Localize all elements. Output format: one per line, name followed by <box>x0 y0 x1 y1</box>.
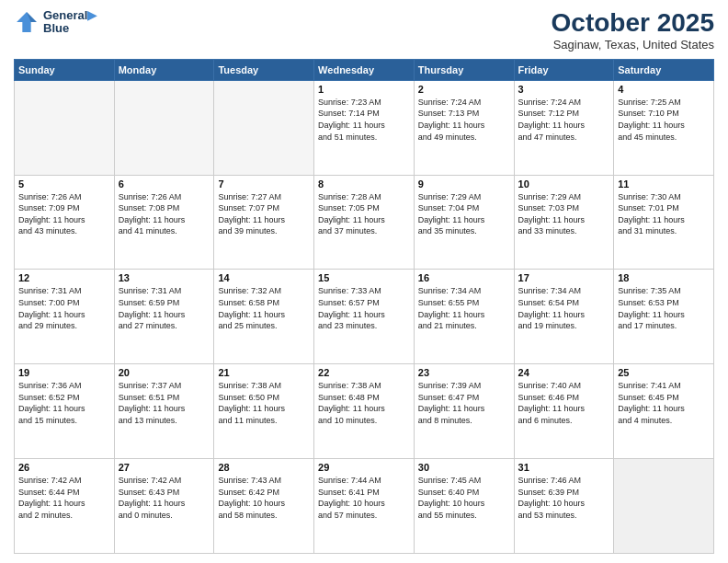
day-number: 28 <box>218 462 310 473</box>
day-info: Sunrise: 7:35 AM Sunset: 6:53 PM Dayligh… <box>618 285 710 331</box>
calendar-day: 20Sunrise: 7:37 AM Sunset: 6:51 PM Dayli… <box>114 364 214 459</box>
day-number: 9 <box>418 178 510 190</box>
day-number: 6 <box>119 178 210 190</box>
day-number: 30 <box>418 462 510 473</box>
logo: General▶ Blue <box>14 9 97 36</box>
day-number: 5 <box>18 178 110 190</box>
day-number: 11 <box>618 178 710 190</box>
day-number: 10 <box>518 178 610 190</box>
day-info: Sunrise: 7:23 AM Sunset: 7:14 PM Dayligh… <box>318 97 410 143</box>
calendar-day: 9Sunrise: 7:29 AM Sunset: 7:04 PM Daylig… <box>414 175 514 270</box>
day-info: Sunrise: 7:38 AM Sunset: 6:48 PM Dayligh… <box>318 380 410 426</box>
calendar-day <box>214 80 314 175</box>
day-number: 8 <box>318 178 410 190</box>
calendar-day: 21Sunrise: 7:38 AM Sunset: 6:50 PM Dayli… <box>214 364 314 459</box>
day-info: Sunrise: 7:29 AM Sunset: 7:04 PM Dayligh… <box>418 191 510 237</box>
calendar-header-thursday: Thursday <box>414 59 514 80</box>
calendar-day: 25Sunrise: 7:41 AM Sunset: 6:45 PM Dayli… <box>614 364 714 459</box>
calendar-week-row: 1Sunrise: 7:23 AM Sunset: 7:14 PM Daylig… <box>15 80 714 175</box>
day-number: 25 <box>618 367 710 378</box>
day-number: 24 <box>518 367 610 378</box>
day-info: Sunrise: 7:27 AM Sunset: 7:07 PM Dayligh… <box>218 191 310 237</box>
day-number: 27 <box>119 462 210 473</box>
subtitle: Saginaw, Texas, United States <box>552 38 714 52</box>
calendar-day: 13Sunrise: 7:31 AM Sunset: 6:59 PM Dayli… <box>114 270 214 364</box>
day-info: Sunrise: 7:30 AM Sunset: 7:01 PM Dayligh… <box>618 191 710 237</box>
day-info: Sunrise: 7:25 AM Sunset: 7:10 PM Dayligh… <box>618 97 710 143</box>
calendar-day: 22Sunrise: 7:38 AM Sunset: 6:48 PM Dayli… <box>314 364 415 459</box>
day-info: Sunrise: 7:37 AM Sunset: 6:51 PM Dayligh… <box>119 380 210 426</box>
calendar-day: 8Sunrise: 7:28 AM Sunset: 7:05 PM Daylig… <box>314 175 415 270</box>
calendar-header-sunday: Sunday <box>15 59 115 80</box>
day-info: Sunrise: 7:32 AM Sunset: 6:58 PM Dayligh… <box>218 285 310 331</box>
day-number: 23 <box>418 367 510 378</box>
calendar-day: 12Sunrise: 7:31 AM Sunset: 7:00 PM Dayli… <box>15 270 115 364</box>
day-number: 19 <box>18 367 110 378</box>
calendar-day: 5Sunrise: 7:26 AM Sunset: 7:09 PM Daylig… <box>15 175 115 270</box>
calendar-day: 26Sunrise: 7:42 AM Sunset: 6:44 PM Dayli… <box>15 459 115 554</box>
calendar-week-row: 12Sunrise: 7:31 AM Sunset: 7:00 PM Dayli… <box>15 270 714 364</box>
day-number: 2 <box>418 84 510 95</box>
day-info: Sunrise: 7:26 AM Sunset: 7:08 PM Dayligh… <box>119 191 210 237</box>
calendar-day: 18Sunrise: 7:35 AM Sunset: 6:53 PM Dayli… <box>614 270 714 364</box>
calendar-day: 4Sunrise: 7:25 AM Sunset: 7:10 PM Daylig… <box>614 80 714 175</box>
day-info: Sunrise: 7:26 AM Sunset: 7:09 PM Dayligh… <box>18 191 110 237</box>
day-info: Sunrise: 7:33 AM Sunset: 6:57 PM Dayligh… <box>318 285 410 331</box>
day-info: Sunrise: 7:36 AM Sunset: 6:52 PM Dayligh… <box>18 380 110 426</box>
logo-icon <box>14 9 40 35</box>
day-number: 12 <box>18 272 110 283</box>
calendar-header-tuesday: Tuesday <box>214 59 314 80</box>
day-info: Sunrise: 7:43 AM Sunset: 6:42 PM Dayligh… <box>218 475 310 521</box>
day-info: Sunrise: 7:38 AM Sunset: 6:50 PM Dayligh… <box>218 380 310 426</box>
calendar-week-row: 26Sunrise: 7:42 AM Sunset: 6:44 PM Dayli… <box>15 459 714 554</box>
title-block: October 2025 Saginaw, Texas, United Stat… <box>552 9 714 52</box>
header: General▶ Blue October 2025 Saginaw, Texa… <box>14 9 714 52</box>
day-info: Sunrise: 7:24 AM Sunset: 7:12 PM Dayligh… <box>518 97 610 143</box>
calendar-day: 31Sunrise: 7:46 AM Sunset: 6:39 PM Dayli… <box>514 459 614 554</box>
page: General▶ Blue October 2025 Saginaw, Texa… <box>0 0 728 563</box>
calendar-day: 19Sunrise: 7:36 AM Sunset: 6:52 PM Dayli… <box>15 364 115 459</box>
day-number: 14 <box>218 272 310 283</box>
calendar-day: 6Sunrise: 7:26 AM Sunset: 7:08 PM Daylig… <box>114 175 214 270</box>
calendar-week-row: 5Sunrise: 7:26 AM Sunset: 7:09 PM Daylig… <box>15 175 714 270</box>
day-info: Sunrise: 7:40 AM Sunset: 6:46 PM Dayligh… <box>518 380 610 426</box>
day-number: 22 <box>318 367 410 378</box>
day-info: Sunrise: 7:31 AM Sunset: 6:59 PM Dayligh… <box>119 285 210 331</box>
calendar-day: 23Sunrise: 7:39 AM Sunset: 6:47 PM Dayli… <box>414 364 514 459</box>
day-number: 16 <box>418 272 510 283</box>
day-info: Sunrise: 7:39 AM Sunset: 6:47 PM Dayligh… <box>418 380 510 426</box>
day-info: Sunrise: 7:24 AM Sunset: 7:13 PM Dayligh… <box>418 97 510 143</box>
calendar-header-monday: Monday <box>114 59 214 80</box>
day-number: 26 <box>18 462 110 473</box>
calendar-day <box>114 80 214 175</box>
day-info: Sunrise: 7:46 AM Sunset: 6:39 PM Dayligh… <box>518 475 610 521</box>
day-number: 29 <box>318 462 410 473</box>
calendar-header-friday: Friday <box>514 59 614 80</box>
calendar-day: 27Sunrise: 7:42 AM Sunset: 6:43 PM Dayli… <box>114 459 214 554</box>
calendar-day: 30Sunrise: 7:45 AM Sunset: 6:40 PM Dayli… <box>414 459 514 554</box>
day-number: 21 <box>218 367 310 378</box>
day-number: 20 <box>119 367 210 378</box>
day-info: Sunrise: 7:31 AM Sunset: 7:00 PM Dayligh… <box>18 285 110 331</box>
logo-text: General▶ Blue <box>43 9 97 36</box>
calendar-day: 15Sunrise: 7:33 AM Sunset: 6:57 PM Dayli… <box>314 270 415 364</box>
day-number: 7 <box>218 178 310 190</box>
calendar-day: 7Sunrise: 7:27 AM Sunset: 7:07 PM Daylig… <box>214 175 314 270</box>
day-info: Sunrise: 7:34 AM Sunset: 6:55 PM Dayligh… <box>418 285 510 331</box>
calendar-day: 2Sunrise: 7:24 AM Sunset: 7:13 PM Daylig… <box>414 80 514 175</box>
calendar-day: 11Sunrise: 7:30 AM Sunset: 7:01 PM Dayli… <box>614 175 714 270</box>
day-number: 17 <box>518 272 610 283</box>
calendar-day: 14Sunrise: 7:32 AM Sunset: 6:58 PM Dayli… <box>214 270 314 364</box>
day-info: Sunrise: 7:34 AM Sunset: 6:54 PM Dayligh… <box>518 285 610 331</box>
day-number: 18 <box>618 272 710 283</box>
calendar-day: 1Sunrise: 7:23 AM Sunset: 7:14 PM Daylig… <box>314 80 415 175</box>
calendar-header-saturday: Saturday <box>614 59 714 80</box>
calendar-day <box>614 459 714 554</box>
day-info: Sunrise: 7:28 AM Sunset: 7:05 PM Dayligh… <box>318 191 410 237</box>
day-number: 3 <box>518 84 610 95</box>
day-number: 15 <box>318 272 410 283</box>
calendar-day: 24Sunrise: 7:40 AM Sunset: 6:46 PM Dayli… <box>514 364 614 459</box>
day-number: 4 <box>618 84 710 95</box>
calendar-table: SundayMondayTuesdayWednesdayThursdayFrid… <box>14 59 714 554</box>
calendar-day: 17Sunrise: 7:34 AM Sunset: 6:54 PM Dayli… <box>514 270 614 364</box>
